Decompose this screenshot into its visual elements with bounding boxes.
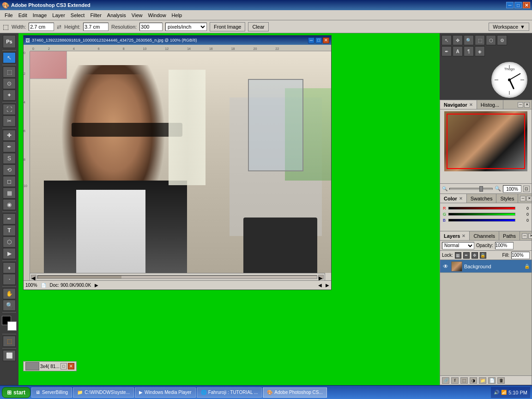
- tool-history[interactable]: ⟲: [3, 164, 16, 175]
- tool-zoom[interactable]: 🔍: [3, 300, 16, 311]
- start-button[interactable]: ⊞ start: [2, 387, 30, 398]
- fill-input[interactable]: [511, 252, 530, 259]
- layer-item-background[interactable]: 👁 Background 🔒: [440, 260, 532, 273]
- new-group-btn[interactable]: 📁: [479, 377, 486, 384]
- doc-minimize-button[interactable]: ─: [308, 37, 314, 43]
- taskbar-item-serverbilling[interactable]: 🖥 ServerBilling: [31, 387, 72, 398]
- navigator-tab-close[interactable]: ✕: [469, 103, 473, 107]
- tool-hand[interactable]: ✋: [3, 288, 16, 299]
- clear-button[interactable]: Clear: [248, 22, 268, 31]
- taskbar-item-mediaplayer[interactable]: ▶ Windows Media Player: [135, 387, 196, 398]
- layer-visibility-toggle[interactable]: 👁: [442, 263, 449, 270]
- tab-histogram[interactable]: Histog...: [477, 100, 503, 109]
- front-image-button[interactable]: Front Image: [210, 22, 245, 31]
- doc-maximize-button[interactable]: □: [315, 37, 322, 43]
- palette-tool-3d[interactable]: ⬡: [486, 35, 496, 45]
- zoom-display[interactable]: 100%: [503, 185, 521, 193]
- palette-tool-settings[interactable]: ⚙: [497, 35, 507, 45]
- unit-select[interactable]: pixels/inch pixels/cm: [165, 23, 207, 31]
- tab-channels[interactable]: Channels: [470, 231, 499, 240]
- menu-help[interactable]: Help: [169, 12, 185, 19]
- zoom-in-icon[interactable]: 🔍: [495, 186, 501, 192]
- tab-swatches[interactable]: Swatches: [467, 194, 497, 203]
- nav-panel-minimize[interactable]: ─: [518, 102, 523, 108]
- tool-brush[interactable]: ✒: [3, 141, 16, 152]
- layers-panel-minimize[interactable]: ─: [522, 233, 527, 239]
- tab-paths[interactable]: Paths: [499, 231, 520, 240]
- tool-screen-mode[interactable]: ⬜: [3, 350, 16, 361]
- taskbar-item-fahruroji[interactable]: 🌐 Fahruroji : TUTORIAL ...: [197, 387, 262, 398]
- menu-file[interactable]: File: [2, 12, 16, 19]
- g-slider[interactable]: [448, 213, 515, 216]
- r-slider[interactable]: [448, 207, 515, 210]
- tab-styles[interactable]: Styles: [496, 194, 518, 203]
- scroll-right-btn[interactable]: ▶: [318, 275, 324, 279]
- workspace-button[interactable]: Workspace ▼: [489, 23, 529, 31]
- background-color[interactable]: [7, 321, 17, 331]
- tab-color[interactable]: Color ✕: [440, 194, 467, 203]
- horizontal-scrollbar[interactable]: ◀ ▶: [30, 273, 325, 280]
- mini-restore-btn[interactable]: □: [60, 363, 67, 369]
- tool-path[interactable]: ⬡: [3, 236, 16, 248]
- palette-tool-para[interactable]: ¶: [464, 46, 474, 56]
- mini-close-btn[interactable]: ✕: [68, 363, 74, 369]
- blend-mode-select[interactable]: Normal Multiply Screen: [442, 242, 474, 249]
- palette-tool-zoom2[interactable]: 🔍: [464, 35, 474, 45]
- zoom-slider[interactable]: [449, 188, 493, 190]
- maximize-button[interactable]: □: [514, 2, 522, 8]
- color-tab-close[interactable]: ✕: [459, 196, 463, 201]
- tool-text[interactable]: T: [3, 225, 16, 236]
- tool-pen[interactable]: ✒: [3, 213, 16, 224]
- nav-panel-close[interactable]: ✕: [524, 102, 530, 108]
- tool-shape[interactable]: ▶: [3, 248, 16, 259]
- taskbar-item-photoshop[interactable]: 🎨 Adobe Photoshop CS...: [263, 387, 327, 398]
- scroll-left-btn[interactable]: ◀: [31, 275, 36, 279]
- menu-window[interactable]: Window: [145, 12, 169, 19]
- b-slider[interactable]: [448, 219, 515, 222]
- menu-layer[interactable]: Layer: [49, 12, 68, 19]
- doc-close-button[interactable]: ✕: [323, 37, 329, 43]
- color-panel-close[interactable]: ✕: [526, 196, 532, 201]
- color-panel-minimize[interactable]: ─: [520, 196, 526, 201]
- scroll-track[interactable]: [37, 275, 317, 279]
- tool-notes[interactable]: ♦: [3, 262, 16, 273]
- menu-image[interactable]: Image: [30, 12, 50, 19]
- menu-edit[interactable]: Edit: [16, 12, 30, 19]
- tool-eyedropper[interactable]: ⬝: [3, 274, 16, 285]
- layer-mask-btn[interactable]: ⬚: [460, 377, 468, 384]
- minimize-button[interactable]: ─: [506, 2, 514, 8]
- scroll-thumb[interactable]: [38, 276, 121, 278]
- zoom-thumb[interactable]: [479, 186, 483, 192]
- lock-transparency-btn[interactable]: ▦: [455, 252, 461, 259]
- tool-marquee[interactable]: ⬚: [3, 66, 16, 78]
- new-layer-btn[interactable]: 📄: [488, 377, 496, 384]
- tool-crop[interactable]: ⛶: [3, 104, 16, 115]
- document-canvas[interactable]: [30, 51, 331, 273]
- lock-position-btn[interactable]: ✥: [472, 252, 478, 259]
- palette-tool-pan[interactable]: ✥: [453, 35, 463, 45]
- palette-tool-pen2[interactable]: ✒: [441, 46, 452, 56]
- lock-pixels-btn[interactable]: ✒: [463, 252, 470, 259]
- delete-layer-btn[interactable]: 🗑: [497, 377, 505, 384]
- tool-stamp[interactable]: S: [3, 153, 16, 164]
- layers-tab-close[interactable]: ✕: [462, 234, 466, 238]
- palette-tool-rect[interactable]: ⬚: [475, 35, 485, 45]
- taskbar-item-windows[interactable]: 📁 C:\WINDOWS\syste...: [73, 387, 134, 398]
- tab-navigator[interactable]: Navigator ✕: [440, 100, 477, 109]
- tool-blur[interactable]: ◉: [3, 199, 16, 210]
- adjustment-layer-btn[interactable]: ◑: [470, 377, 477, 384]
- resolution-input[interactable]: [139, 23, 163, 31]
- layer-style-btn[interactable]: f: [451, 377, 459, 384]
- zoom-out-icon[interactable]: 🔍: [442, 186, 447, 191]
- tool-magic-wand[interactable]: ✦: [3, 90, 16, 101]
- tool-gradient[interactable]: ▦: [3, 187, 16, 199]
- lock-all-btn[interactable]: 🔒: [480, 252, 486, 259]
- tab-layers[interactable]: Layers ✕: [440, 231, 470, 240]
- tool-move[interactable]: ↖: [3, 52, 16, 63]
- palette-tool-edit3d[interactable]: ◈: [475, 46, 485, 56]
- tool-eraser[interactable]: ◻: [3, 176, 16, 187]
- height-input[interactable]: [83, 23, 109, 31]
- menu-view[interactable]: View: [129, 12, 145, 19]
- zoom-full-btn[interactable]: ⊡: [523, 186, 530, 192]
- link-layers-btn[interactable]: 🔗: [442, 377, 449, 384]
